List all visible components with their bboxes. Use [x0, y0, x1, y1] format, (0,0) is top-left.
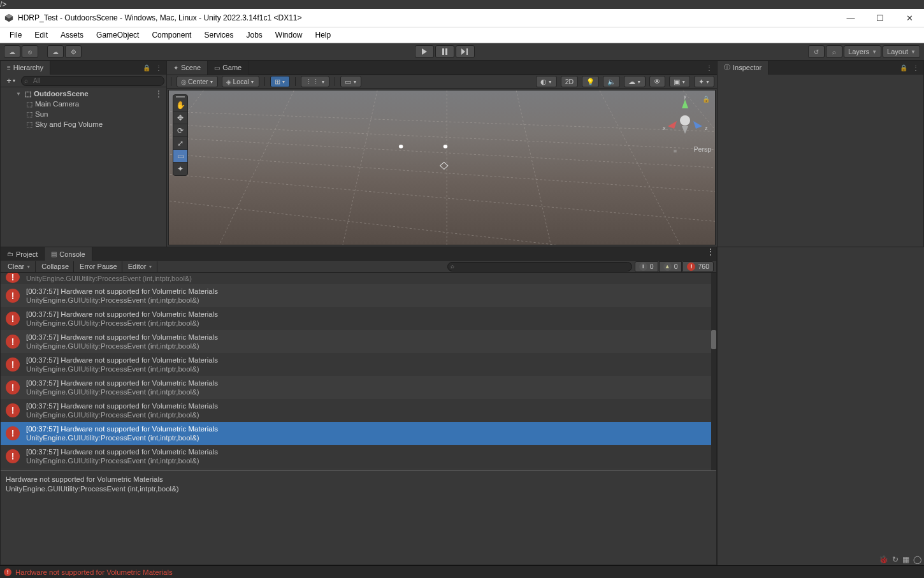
tab-inspector[interactable]: ⓘ Inspector	[718, 61, 769, 75]
status-bar[interactable]: ! Hardware not supported for Volumetric …	[0, 565, 924, 578]
layers-dropdown[interactable]: Layers▼	[844, 45, 881, 58]
console-row[interactable]: ! [00:37:57] Hardware not supported for …	[1, 284, 711, 307]
pause-button[interactable]	[435, 45, 454, 58]
window-maximize-button[interactable]: ☐	[865, 9, 895, 27]
pivot-mode-button[interactable]: ◎ Center▼	[177, 76, 218, 87]
hierarchy-item[interactable]: ⬚ Sun	[1, 109, 166, 119]
svg-rect-4	[445, 48, 447, 55]
tray-debug-icon[interactable]: 🐞	[879, 555, 888, 564]
info-filter-toggle[interactable]: i0	[635, 261, 658, 272]
console-row[interactable]: ! UnityEngine.GUIUtility:ProcessEvent (i…	[1, 273, 711, 284]
console-row[interactable]: ! [00:37:57] Hardware not supported for …	[1, 330, 711, 353]
orientation-gizmo[interactable]: 🔒 y z x Persp ≡	[660, 96, 710, 145]
scene-menu-icon[interactable]: ⋮	[155, 89, 166, 98]
transform-tool[interactable]: ✦	[173, 163, 187, 175]
tab-scene[interactable]: ✦ Scene	[167, 61, 208, 75]
menu-gameobject[interactable]: GameObject	[90, 29, 145, 41]
menu-component[interactable]: Component	[146, 29, 197, 41]
gizmo-lock-icon[interactable]: 🔒	[702, 96, 710, 103]
grid-snap-button[interactable]: ⊞▼	[270, 76, 291, 87]
draw-mode-button[interactable]: ▭▼	[340, 76, 361, 87]
2d-toggle[interactable]: 2D	[561, 76, 578, 87]
collapse-toggle[interactable]: Collapse	[37, 261, 74, 272]
undo-history-button[interactable]: ↺	[808, 45, 825, 58]
scale-tool[interactable]: ⤢	[173, 137, 187, 150]
editor-dropdown[interactable]: Editor▼	[124, 261, 158, 272]
statusbar-text: Hardware not supported for Volumetric Ma…	[15, 568, 173, 576]
global-search-button[interactable]: ⌕	[826, 45, 842, 58]
tray-network-icon[interactable]: ◯	[913, 555, 921, 564]
console-row[interactable]: ! [00:37:57] Hardware not supported for …	[1, 376, 711, 399]
panel-lock-icon[interactable]: 🔒	[898, 64, 909, 71]
panel-lock-icon[interactable]: 🔒	[141, 64, 152, 71]
visibility-toggle[interactable]: 👁	[649, 76, 665, 87]
menu-help[interactable]: Help	[310, 29, 337, 41]
pivot-icon: ◎	[181, 78, 187, 85]
panel-menu-icon[interactable]: ⋮	[911, 64, 921, 71]
scene-toolbox: ✋ ✥ ⟳ ⤢ ▭ ✦	[173, 94, 188, 176]
camera-settings-button[interactable]: ▣▼	[669, 76, 690, 87]
rotate-icon: ⟳	[177, 126, 184, 135]
svg-line-17	[516, 90, 558, 245]
menu-services[interactable]: Services	[198, 29, 239, 41]
scene-tab-icon: ✦	[173, 64, 178, 71]
console-scrollbar[interactable]	[711, 273, 716, 470]
window-minimize-button[interactable]: —	[836, 9, 865, 27]
step-button[interactable]	[456, 45, 475, 58]
audio-toggle[interactable]: 🔈	[603, 76, 620, 87]
tab-project[interactable]: 🗀 Project	[1, 247, 45, 261]
tab-console[interactable]: ▤ Console	[45, 247, 92, 261]
error-pause-toggle[interactable]: Error Pause	[75, 261, 122, 272]
gizmos-dropdown[interactable]: ✦▼	[694, 76, 714, 87]
console-row-selected[interactable]: ! [00:37:57] Hardware not supported for …	[1, 422, 711, 445]
rect-tool[interactable]: ▭	[173, 150, 187, 163]
tab-game[interactable]: ▭ Game	[208, 61, 249, 75]
shading-mode-button[interactable]: ◐▼	[536, 76, 557, 87]
menu-assets[interactable]: Assets	[55, 29, 89, 41]
console-row[interactable]: ! [00:37:57] Hardware not supported for …	[1, 445, 711, 468]
console-row[interactable]: ! [00:37:57] Hardware not supported for …	[1, 399, 711, 422]
menu-file[interactable]: File	[4, 29, 27, 41]
services-button[interactable]: ⎋	[22, 45, 38, 58]
console-row[interactable]: ! [00:37:57] Hardware not supported for …	[1, 307, 711, 330]
error-filter-toggle[interactable]: !760	[682, 261, 714, 272]
rotate-tool[interactable]: ⟳	[173, 124, 187, 137]
cloud-button[interactable]: ☁	[47, 45, 64, 58]
tray-cache-icon[interactable]: ▦	[902, 555, 909, 564]
move-tool[interactable]: ✥	[173, 112, 187, 124]
svg-marker-2	[422, 48, 427, 55]
panel-menu-icon[interactable]: ⋮	[705, 247, 716, 256]
settings-button[interactable]: ⚙	[65, 45, 82, 58]
menu-edit[interactable]: Edit	[29, 29, 54, 41]
menu-window[interactable]: Window	[270, 29, 308, 41]
space-mode-button[interactable]: ◈ Local▼	[222, 76, 259, 87]
hand-tool[interactable]: ✋	[173, 99, 187, 112]
warn-icon: ▲	[663, 263, 672, 271]
hierarchy-item[interactable]: ⬚ Sky and Fog Volume	[1, 119, 166, 129]
clear-button[interactable]: Clear▼	[3, 261, 36, 272]
console-row[interactable]: ! [00:37:57] Hardware not supported for …	[1, 353, 711, 376]
perspective-label[interactable]: Persp	[694, 145, 711, 153]
window-close-button[interactable]: ✕	[895, 9, 924, 27]
lighting-toggle[interactable]: 💡	[582, 76, 599, 87]
warn-filter-toggle[interactable]: ▲0	[659, 261, 682, 272]
tab-hierarchy[interactable]: ≡ Hierarchy	[1, 61, 50, 75]
panel-menu-icon[interactable]: ⋮	[154, 64, 164, 71]
tray-autorefresh-icon[interactable]: ↻	[892, 555, 899, 564]
scene-toolbar: ◎ Center▼ ◈ Local▼ ⊞▼ ⋮⋮▼ ▭▼ ◐▼ 2D 💡 🔈 ☁…	[167, 75, 717, 89]
account-button[interactable]: ☁︎	[4, 45, 20, 58]
menu-jobs[interactable]: Jobs	[240, 29, 268, 41]
hierarchy-item[interactable]: ⬚ Main Camera	[1, 99, 166, 109]
snap-increment-button[interactable]: ⋮⋮▼	[301, 76, 329, 87]
console-search-input[interactable]: ⌕	[447, 262, 632, 271]
create-dropdown[interactable]: +▾	[3, 75, 19, 86]
scene-viewport[interactable]: ✋ ✥ ⟳ ⤢ ▭ ✦ 🔒 y z x Persp	[168, 90, 716, 245]
panel-menu-icon[interactable]: ⋮	[704, 64, 714, 71]
layout-dropdown[interactable]: Layout▼	[883, 45, 920, 58]
scene-root[interactable]: ▼ ⬚ OutdoorsScene ⋮	[1, 89, 166, 99]
fx-toggle[interactable]: ☁▼	[624, 76, 646, 87]
error-badge-icon: !	[6, 289, 20, 303]
hierarchy-search-input[interactable]: ⌕ All	[21, 76, 164, 86]
play-button[interactable]	[415, 45, 434, 58]
expand-toggle-icon[interactable]: ▼	[16, 91, 22, 97]
